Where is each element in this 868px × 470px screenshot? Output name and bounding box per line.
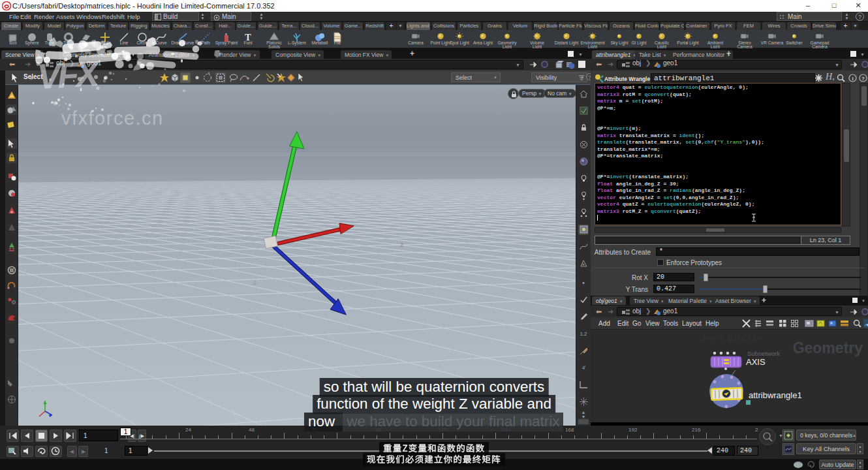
svg-text:?: ? xyxy=(861,76,865,82)
svg-text:2: 2 xyxy=(400,242,403,248)
svg-text:2: 2 xyxy=(253,279,256,286)
svg-text:i: i xyxy=(852,76,853,82)
